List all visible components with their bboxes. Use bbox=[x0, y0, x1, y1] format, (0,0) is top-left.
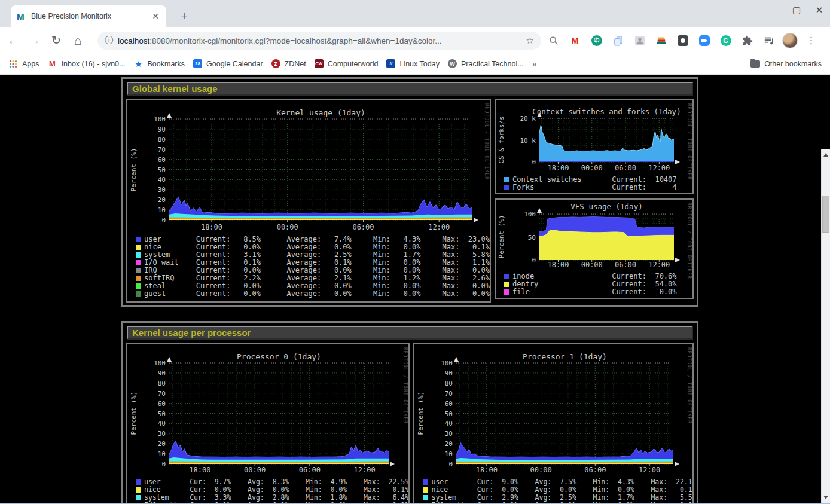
rrdtool-watermark: RRDTOOL / TOBI OETIKER bbox=[402, 347, 408, 424]
bookmark-practical-technology[interactable]: W Practical Technol... bbox=[448, 59, 524, 68]
svg-text:18:00: 18:00 bbox=[189, 466, 210, 474]
page-content: Global kernel usage 01020304050607080901… bbox=[0, 75, 830, 503]
svg-text:12:00: 12:00 bbox=[648, 164, 670, 172]
svg-text:06:00: 06:00 bbox=[299, 466, 321, 474]
svg-text:100: 100 bbox=[441, 359, 453, 367]
svg-text:50: 50 bbox=[158, 166, 166, 174]
svg-text:10 k: 10 k bbox=[520, 137, 536, 145]
svg-text:06:00: 06:00 bbox=[615, 164, 636, 172]
search-extension-icon[interactable] bbox=[545, 32, 562, 48]
gmail-extension-icon[interactable]: M bbox=[567, 32, 583, 48]
window-maximize-button[interactable]: ▢ bbox=[792, 5, 801, 16]
processor1-graph-panel[interactable]: 010203040506070809010018:0000:0006:0012:… bbox=[413, 343, 694, 503]
bookmark-zdnet[interactable]: Z ZDNet bbox=[271, 59, 306, 68]
bookmark-google-calendar[interactable]: 28 Google Calendar bbox=[193, 59, 263, 68]
legend-swatch bbox=[136, 479, 141, 485]
legend-swatch bbox=[136, 283, 141, 289]
browser-tab[interactable]: MM Blue Precision Monitorix ✕ bbox=[11, 5, 166, 27]
other-bookmarks[interactable]: Other bookmarks bbox=[750, 60, 822, 68]
legend-swatch bbox=[136, 268, 141, 273]
bookmark-bookmarks[interactable]: ★ Bookmarks bbox=[134, 59, 185, 69]
tab-close-icon[interactable]: ✕ bbox=[151, 11, 160, 21]
kernel-usage-graph-panel[interactable]: 010203040506070809010018:0000:0006:0012:… bbox=[126, 99, 491, 303]
vfs-usage-graph-panel[interactable]: 05010018:0000:0006:0012:00VFS usage (1da… bbox=[495, 198, 694, 299]
svg-text:100: 100 bbox=[154, 115, 166, 123]
back-button[interactable]: ← bbox=[5, 34, 22, 47]
svg-text:12:00: 12:00 bbox=[639, 466, 660, 474]
other-bookmarks-label: Other bookmarks bbox=[764, 60, 822, 68]
bookmark-label: Computerworld bbox=[328, 60, 379, 68]
books-extension-icon[interactable] bbox=[653, 32, 669, 48]
chart-svg: 010 k20 k18:0000:0006:0012:00Context swi… bbox=[496, 100, 692, 173]
page-scrollbar[interactable] bbox=[821, 149, 830, 503]
tab-title: Blue Precision Monitorix bbox=[31, 12, 151, 20]
legend-swatch bbox=[136, 237, 141, 242]
bookmark-inbox[interactable]: M Inbox (16) - sjvn0... bbox=[48, 59, 126, 69]
legend-swatch bbox=[504, 274, 509, 279]
window-close-button[interactable]: ✕ bbox=[814, 5, 824, 16]
svg-text:10: 10 bbox=[158, 206, 166, 214]
chart-title: Processor 0 (1day) bbox=[237, 352, 321, 361]
zoom-extension-icon[interactable] bbox=[696, 32, 712, 48]
chart-title: Processor 1 (1day) bbox=[523, 352, 608, 361]
scrollbar-down-arrow-icon[interactable] bbox=[823, 496, 828, 499]
bookmark-apps[interactable]: Apps bbox=[8, 59, 39, 69]
profile-extension-icon[interactable] bbox=[631, 32, 648, 48]
reload-button[interactable]: ↻ bbox=[48, 33, 65, 47]
legend-swatch bbox=[136, 495, 141, 500]
voice-extension-icon[interactable]: ✆ bbox=[588, 32, 605, 48]
svg-text:12:00: 12:00 bbox=[648, 261, 670, 269]
legend-swatch bbox=[423, 479, 428, 485]
address-bar[interactable]: ⓘ localhost:8080/monitorix-cgi/monitorix… bbox=[97, 32, 541, 50]
copy-pages-extension-icon[interactable] bbox=[610, 32, 626, 48]
series-context-switches bbox=[539, 125, 674, 162]
legend-swatch bbox=[423, 495, 428, 500]
bookmark-label: Bookmarks bbox=[148, 60, 185, 68]
context-switches-graph-panel[interactable]: 010 k20 k18:0000:0006:0012:00Context swi… bbox=[495, 99, 694, 194]
chart-title: VFS usage (1day) bbox=[570, 202, 642, 211]
forward-button[interactable]: → bbox=[26, 34, 43, 47]
rrdtool-watermark: RRDTOOL / TOBI OETIKER bbox=[686, 347, 692, 424]
url-text[interactable]: localhost:8080/monitorix-cgi/monitorix.c… bbox=[118, 36, 521, 45]
section-title: Global kernel usage bbox=[127, 82, 693, 96]
page-info-icon[interactable]: ⓘ bbox=[105, 35, 113, 46]
scrollbar-thumb[interactable] bbox=[822, 196, 829, 233]
apps-grid-icon bbox=[8, 59, 18, 69]
pocket-extension-icon[interactable] bbox=[675, 32, 691, 48]
browser-window: MM Blue Precision Monitorix ✕ + — ▢ ✕ ← … bbox=[0, 0, 830, 504]
rrdtool-watermark: RRDTOOL / TOBI OETIKER bbox=[686, 103, 692, 180]
extensions-puzzle-icon[interactable] bbox=[739, 32, 755, 48]
star-icon: ★ bbox=[134, 59, 144, 69]
bookmark-linux-today[interactable]: lt Linux Today bbox=[386, 59, 440, 68]
processor0-graph-panel[interactable]: 010203040506070809010018:0000:0006:0012:… bbox=[126, 343, 410, 503]
svg-text:18:00: 18:00 bbox=[547, 164, 569, 172]
bookmark-computerworld[interactable]: CW Computerworld bbox=[315, 59, 379, 68]
series-nice bbox=[169, 219, 472, 220]
svg-text:0: 0 bbox=[449, 460, 453, 468]
window-minimize-button[interactable]: — bbox=[769, 5, 779, 16]
section-title: Kernel usage per processor bbox=[127, 326, 693, 340]
bookmarks-overflow-chevron[interactable]: » bbox=[532, 59, 537, 69]
svg-text:00:00: 00:00 bbox=[581, 164, 603, 172]
folder-icon bbox=[750, 60, 760, 68]
svg-text:06:00: 06:00 bbox=[615, 261, 636, 269]
grammarly-extension-icon[interactable]: G bbox=[718, 32, 734, 48]
svg-text:30: 30 bbox=[158, 430, 166, 438]
profile-avatar[interactable] bbox=[782, 33, 798, 48]
bookmark-label: Practical Technol... bbox=[461, 60, 524, 68]
svg-text:100: 100 bbox=[154, 359, 166, 367]
playlist-extension-icon[interactable] bbox=[761, 32, 777, 48]
bookmarks-divider bbox=[743, 58, 743, 70]
home-button[interactable]: ⌂ bbox=[69, 33, 86, 48]
wordpress-icon: W bbox=[448, 59, 457, 68]
legend-swatch bbox=[504, 282, 509, 287]
svg-text:80: 80 bbox=[445, 380, 453, 387]
chart-legend: inode Current: 70.6%dentry Current: 54.0… bbox=[496, 270, 692, 296]
svg-text:06:00: 06:00 bbox=[352, 223, 374, 231]
bookmark-star-icon[interactable]: ☆ bbox=[526, 35, 534, 46]
browser-toolbar: ← → ↻ ⌂ ⓘ localhost:8080/monitorix-cgi/m… bbox=[0, 27, 830, 54]
new-tab-button[interactable]: + bbox=[176, 8, 192, 24]
scrollbar-up-arrow-icon[interactable] bbox=[823, 153, 828, 157]
browser-menu-icon[interactable]: ⋮ bbox=[803, 32, 819, 48]
chart-svg: 010203040506070809010018:0000:0006:0012:… bbox=[127, 100, 491, 233]
